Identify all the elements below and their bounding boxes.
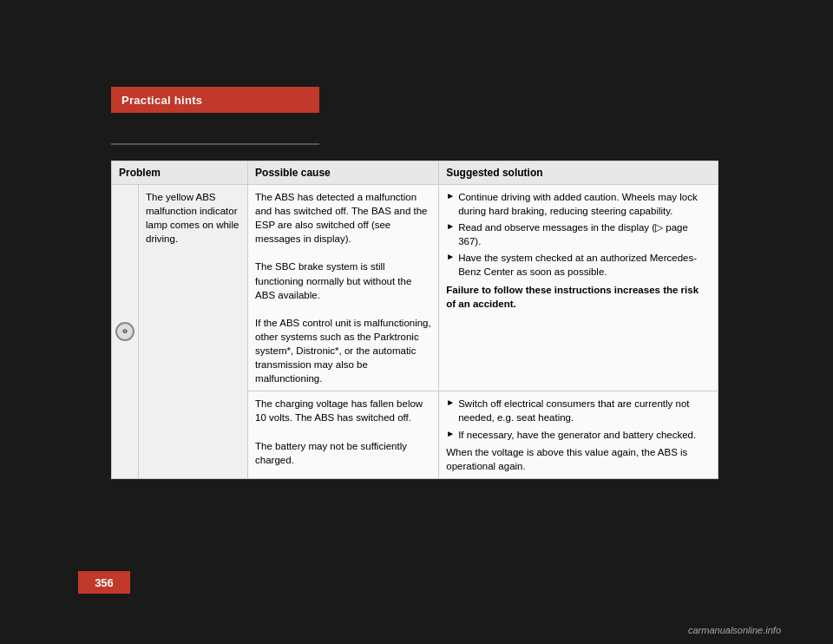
cause-2: The charging voltage has fallen below 10… bbox=[248, 391, 439, 478]
col-cause: Possible cause bbox=[248, 161, 439, 185]
arrow-icon: ► bbox=[446, 397, 455, 409]
col-solution: Suggested solution bbox=[439, 161, 718, 185]
solution-item: ► If necessary, have the generator and b… bbox=[446, 428, 711, 442]
solution-item: ► Continue driving with added caution. W… bbox=[446, 190, 711, 218]
page-number-box: 356 bbox=[78, 571, 130, 594]
cause-1: The ABS has detected a malfunction and h… bbox=[248, 185, 439, 391]
content-table: Problem Possible cause Suggested solutio… bbox=[111, 161, 718, 479]
solution-item: ► Switch off electrical consumers that a… bbox=[446, 397, 711, 424]
solution-1: ► Continue driving with added caution. W… bbox=[439, 185, 718, 391]
table-row: ⊖ The yellow ABS malfunction indicator l… bbox=[112, 185, 718, 391]
solution-plain-text: When the voltage is above this value aga… bbox=[446, 445, 711, 473]
arrow-icon: ► bbox=[446, 190, 455, 202]
section-header-bar: Practical hints bbox=[111, 87, 319, 113]
arrow-icon: ► bbox=[446, 220, 455, 233]
warning-text: Failure to follow these instructions inc… bbox=[446, 283, 711, 311]
problem-description: The yellow ABS malfunction indicator lam… bbox=[139, 185, 248, 479]
solution-2: ► Switch off electrical consumers that a… bbox=[439, 391, 718, 478]
col-problem: Problem bbox=[112, 161, 248, 185]
arrow-icon: ► bbox=[446, 251, 455, 263]
section-title: Practical hints bbox=[121, 94, 202, 107]
arrow-icon: ► bbox=[446, 428, 455, 440]
watermark: carmanualsonline.info bbox=[688, 625, 781, 635]
solution-item: ► Read and observe messages in the displ… bbox=[446, 220, 711, 248]
solution-item: ► Have the system checked at an authoriz… bbox=[446, 251, 711, 279]
page-number: 356 bbox=[95, 576, 114, 589]
abs-warning-icon: ⊖ bbox=[115, 322, 134, 341]
problem-icon-cell: ⊖ bbox=[112, 185, 139, 479]
separator-line bbox=[111, 143, 319, 145]
table-header-row: Problem Possible cause Suggested solutio… bbox=[112, 161, 718, 185]
